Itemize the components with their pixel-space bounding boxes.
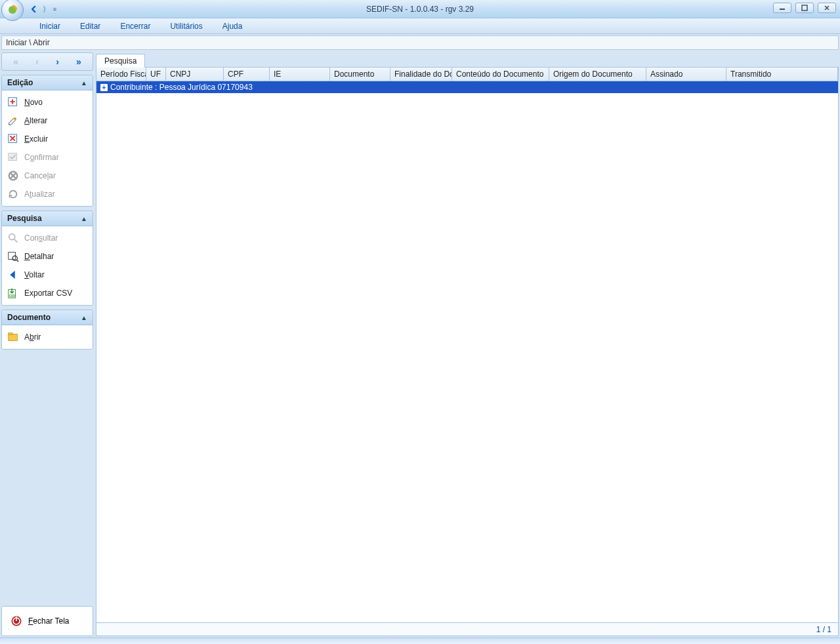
menu-editar[interactable]: Editar — [77, 20, 103, 32]
menu-iniciar[interactable]: Iniciar — [37, 20, 63, 32]
orb-icon — [7, 4, 18, 16]
sidebar-item-label: Abrir — [24, 332, 41, 342]
back-arrow-icon — [30, 5, 39, 14]
menu-bar: Iniciar Editar Encerrar Utilitários Ajud… — [0, 18, 840, 34]
content-area: « ‹ › » Edição ▲ Novo Alterar — [1, 52, 839, 636]
menu-ajuda[interactable]: Ajuda — [220, 20, 245, 32]
sidebar-item-consultar[interactable]: Consultar — [3, 229, 91, 247]
edit-icon — [7, 115, 19, 127]
menu-utilitarios[interactable]: Utilitários — [167, 20, 205, 32]
sidebar-item-atualizar[interactable]: Atualizar — [3, 185, 91, 203]
collapse-icon: ▲ — [81, 79, 87, 87]
svg-rect-13 — [9, 333, 12, 335]
new-icon — [7, 96, 19, 108]
sidebar-item-label: Excluir — [24, 134, 48, 144]
sidebar-item-abrir[interactable]: Abrir — [3, 328, 91, 346]
tab-row: Pesquisa — [96, 52, 839, 67]
sidebar-item-exportar[interactable]: CSV Exportar CSV — [3, 284, 91, 302]
nav-last[interactable]: » — [76, 56, 81, 67]
qat-dropdown[interactable]: ≡ — [49, 4, 60, 14]
svg-point-7 — [9, 234, 15, 240]
sidebar-item-label: Cancelar — [24, 171, 56, 180]
col-finalidade[interactable]: Finalidade do Docum — [390, 68, 452, 81]
col-transmitido[interactable]: Transmitido — [726, 68, 838, 81]
sidebar-item-cancelar[interactable]: Cancelar — [3, 167, 91, 185]
sidebar-item-label: Atualizar — [24, 190, 55, 199]
expand-icon[interactable]: + — [100, 84, 108, 91]
close-button[interactable] — [818, 3, 836, 13]
col-assinado[interactable]: Assinado — [646, 68, 726, 81]
minimize-button[interactable] — [773, 3, 791, 13]
close-icon — [824, 5, 830, 11]
col-cnpj[interactable]: CNPJ — [166, 68, 224, 81]
left-panel: « ‹ › » Edição ▲ Novo Alterar — [1, 52, 93, 636]
section-edicao: Edição ▲ Novo Alterar Excluir C — [1, 75, 93, 207]
tab-pesquisa[interactable]: Pesquisa — [96, 54, 145, 68]
sidebar-item-label: Confirmar — [24, 153, 59, 162]
nav-first[interactable]: « — [13, 56, 18, 67]
sidebar-item-label: Alterar — [24, 116, 47, 125]
grid-header: Período Fiscal UF CNPJ CPF IE Documento … — [96, 68, 838, 81]
group-row-text: Contribuinte : Pessoa Jurídica 07170943 — [110, 83, 253, 92]
sidebar-item-voltar[interactable]: Voltar — [3, 266, 91, 284]
search-icon — [7, 232, 19, 244]
sidebar-item-alterar[interactable]: Alterar — [3, 111, 91, 130]
section-fechar: Fechar Tela — [1, 606, 93, 636]
menu-encerrar[interactable]: Encerrar — [117, 20, 153, 32]
grid-statusbar: 1 / 1 — [96, 622, 838, 635]
sidebar-item-confirmar[interactable]: Confirmar — [3, 148, 91, 167]
section-edicao-header[interactable]: Edição ▲ — [2, 75, 93, 91]
section-edicao-title: Edição — [7, 78, 33, 87]
fechar-label: Fechar Tela — [28, 616, 70, 626]
grid-body[interactable]: + Contribuinte : Pessoa Jurídica 0717094… — [96, 81, 838, 622]
main-area: Pesquisa Período Fiscal UF CNPJ CPF IE D… — [96, 52, 839, 636]
section-documento-header[interactable]: Documento ▲ — [2, 310, 93, 325]
window-controls — [773, 3, 836, 13]
section-pesquisa-title: Pesquisa — [7, 214, 42, 223]
sidebar-item-excluir[interactable]: Excluir — [3, 130, 91, 148]
svg-rect-5 — [9, 153, 17, 161]
col-ie[interactable]: IE — [270, 68, 330, 81]
back-icon — [7, 269, 19, 281]
svg-rect-1 — [780, 9, 785, 10]
minimize-icon — [779, 5, 786, 10]
sidebar-item-label: Novo — [24, 98, 43, 107]
col-documento[interactable]: Documento — [330, 68, 390, 81]
window-footer — [0, 637, 840, 644]
section-documento-title: Documento — [7, 313, 51, 322]
cancel-icon — [7, 170, 19, 182]
maximize-button[interactable] — [795, 3, 814, 13]
sidebar-item-detalhar[interactable]: Detalhar — [3, 247, 91, 266]
nav-prev[interactable]: ‹ — [35, 56, 39, 67]
section-pesquisa-header[interactable]: Pesquisa ▲ — [2, 211, 93, 226]
qat-back-button[interactable] — [29, 4, 39, 14]
sidebar-item-label: Voltar — [24, 270, 45, 279]
detail-icon — [7, 251, 19, 262]
sidebar-item-label: Consultar — [24, 233, 58, 243]
sidebar-item-novo[interactable]: Novo — [3, 93, 91, 111]
nav-next[interactable]: › — [56, 56, 59, 67]
col-uf[interactable]: UF — [146, 68, 166, 81]
grid-group-row[interactable]: + Contribuinte : Pessoa Jurídica 0717094… — [96, 81, 838, 93]
sidebar-item-label: Exportar CSV — [24, 289, 72, 298]
sidebar-item-label: Detalhar — [24, 252, 54, 261]
quick-access-toolbar: ) ≡ — [29, 4, 60, 14]
app-orb-button[interactable] — [1, 0, 24, 21]
collapse-icon: ▲ — [81, 215, 87, 222]
svg-rect-12 — [9, 334, 17, 341]
col-periodo-fiscal[interactable]: Período Fiscal — [96, 68, 146, 81]
col-cpf[interactable]: CPF — [224, 68, 270, 81]
power-icon — [10, 614, 23, 628]
maximize-icon — [801, 5, 808, 11]
nav-arrows: « ‹ › » — [1, 52, 93, 71]
window-title: SEDIF-SN - 1.0.0.43 - rgv 3.29 — [0, 5, 840, 14]
section-pesquisa: Pesquisa ▲ Consultar Detalhar Voltar CSV — [1, 211, 93, 306]
svg-rect-2 — [802, 5, 807, 10]
open-icon — [7, 331, 19, 343]
record-position: 1 / 1 — [816, 625, 831, 634]
col-conteudo[interactable]: Conteúdo do Documento — [452, 68, 549, 81]
title-bar: ) ≡ SEDIF-SN - 1.0.0.43 - rgv 3.29 — [0, 0, 840, 18]
fechar-tela-button[interactable]: Fechar Tela — [6, 611, 89, 632]
svg-text:CSV: CSV — [9, 294, 15, 298]
col-origem[interactable]: Origem do Documento — [549, 68, 646, 81]
